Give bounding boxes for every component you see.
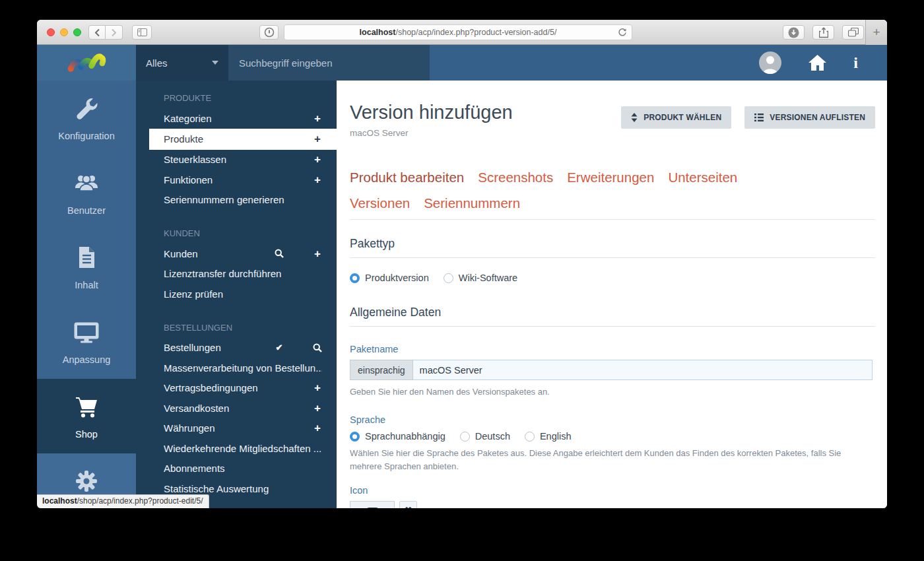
tab-screenshots[interactable]: Screenshots	[478, 164, 553, 190]
sprache-option-sprachunabhängig[interactable]: Sprachunabhängig	[350, 431, 446, 442]
file-icon	[73, 244, 100, 273]
paketname-label: Paketname	[350, 344, 875, 354]
menu-section-title: KUNDEN	[136, 224, 337, 244]
sidebar-item-label: Konfiguration	[58, 131, 114, 141]
sprache-option-deutsch[interactable]: Deutsch	[460, 431, 510, 442]
menu-item[interactable]: Vertragsbedingungen+	[136, 378, 337, 399]
wrench-icon	[73, 95, 100, 123]
downloads-button[interactable]	[783, 25, 805, 40]
menu-item[interactable]: Produkte+	[149, 129, 337, 150]
search-icon[interactable]	[313, 343, 322, 352]
menu-item[interactable]: Funktionen+	[136, 170, 337, 190]
tab-erweiterungen[interactable]: Erweiterungen	[567, 164, 654, 190]
plus-icon[interactable]: +	[313, 113, 322, 124]
sidebar-toggle-button[interactable]	[132, 25, 152, 40]
forward-button[interactable]	[106, 25, 123, 40]
radio-label: English	[540, 431, 572, 442]
menu-item[interactable]: Massenverarbeitung von Bestellun...	[136, 358, 337, 378]
menu-item-badges: +	[313, 403, 322, 414]
close-window-button[interactable]	[47, 28, 55, 36]
sort-icon	[631, 113, 638, 122]
back-button[interactable]	[88, 25, 106, 40]
minimize-window-button[interactable]	[60, 28, 68, 36]
choose-product-button[interactable]: PRODUKT WÄHLEN	[621, 106, 731, 129]
menu-item[interactable]: Kategorien+	[136, 108, 337, 129]
cart-icon	[73, 393, 100, 422]
radio-selected-icon[interactable]	[350, 432, 360, 442]
icon-picker-input[interactable]	[350, 501, 395, 508]
radio-icon[interactable]	[444, 273, 453, 283]
tab-produkt-bearbeiten[interactable]: Produkt bearbeiten	[350, 164, 464, 190]
sprache-option-english[interactable]: English	[525, 431, 572, 442]
titlebar: localhost/shop/acp/index.php?product-ver…	[37, 20, 887, 45]
chevron-left-icon	[94, 28, 100, 37]
menu-item-label: Lizenztransfer durchführen	[164, 268, 322, 279]
menu-item[interactable]: Versandkosten+	[136, 398, 337, 418]
tab-seriennummern[interactable]: Seriennummern	[424, 190, 520, 216]
plus-icon[interactable]: +	[313, 174, 322, 185]
page-subtitle: macOS Server	[350, 128, 621, 138]
radio-icon[interactable]	[460, 432, 470, 442]
search-icon[interactable]	[275, 248, 284, 259]
sidebar-item-label: Anpassung	[63, 354, 111, 365]
menu-item-label: Lizenz prüfen	[164, 288, 322, 300]
sprache-options: SprachunabhängigDeutschEnglish	[350, 431, 875, 442]
menu-item[interactable]: Bestellungen✔	[136, 338, 337, 358]
home-icon[interactable]	[808, 54, 827, 71]
menu-section-title: PRODUKTE	[136, 88, 337, 108]
radio-icon[interactable]	[525, 432, 535, 442]
menu-item[interactable]: Währungen+	[136, 418, 337, 439]
pakettyp-option-wiki-software[interactable]: Wiki-Software	[444, 273, 517, 283]
titles: Version hinzufügen macOS Server	[350, 102, 621, 138]
logo[interactable]	[37, 45, 136, 81]
plus-icon[interactable]: +	[313, 422, 322, 434]
plus-icon[interactable]: +	[313, 382, 322, 393]
sidebar-item-benutzer[interactable]: Benutzer	[37, 155, 136, 230]
radio-selected-icon[interactable]	[350, 273, 360, 283]
users-icon	[73, 170, 100, 198]
new-tab-button[interactable]: +	[865, 20, 887, 45]
menu-item[interactable]: Abonnements	[136, 459, 337, 479]
search-input[interactable]	[239, 57, 419, 69]
menu-item-label: Massenverarbeitung von Bestellun...	[164, 362, 322, 374]
menu-item-label: Wiederkehrende Mitgliedschaften ...	[164, 443, 322, 454]
menu-item[interactable]: Steuerklassen+	[136, 150, 337, 170]
sidebar-item-label: Benutzer	[67, 205, 106, 216]
address-bar[interactable]: localhost/shop/acp/index.php?product-ver…	[284, 24, 632, 40]
menu-item-label: Seriennummern generieren	[164, 194, 322, 205]
menu-item[interactable]: Lizenz prüfen	[136, 284, 337, 304]
tab-versionen[interactable]: Versionen	[350, 190, 410, 216]
menu-item[interactable]: Kunden+	[136, 244, 337, 264]
plus-icon[interactable]: +	[313, 248, 322, 259]
share-button[interactable]	[812, 25, 834, 40]
sidebar-item-anpassung[interactable]: Anpassung	[37, 304, 136, 379]
sidebar-item-konfiguration[interactable]: Konfiguration	[37, 81, 136, 155]
info-icon[interactable]: i	[853, 55, 858, 71]
tab-overview-button[interactable]	[842, 25, 864, 40]
plus-icon[interactable]: +	[313, 403, 322, 414]
paketname-input[interactable]	[413, 360, 873, 380]
check-icon[interactable]: ✔	[275, 343, 284, 352]
menu-item-label: Kategorien	[164, 113, 313, 124]
main-sidebar: KonfigurationBenutzerInhaltAnpassungShop…	[37, 81, 136, 508]
plus-icon[interactable]: +	[313, 133, 322, 145]
sidebar-item-shop[interactable]: Shop	[37, 379, 136, 453]
pakettyp-option-produktversion[interactable]: Produktversion	[350, 273, 429, 283]
list-versions-button[interactable]: VERSIONEN AUFLISTEN	[744, 106, 875, 129]
avatar[interactable]	[759, 51, 781, 74]
search-scope-dropdown[interactable]: Alles	[136, 45, 228, 81]
menu-item[interactable]: Seriennummern generieren	[136, 190, 337, 211]
menu-item[interactable]: Lizenztransfer durchführen	[136, 264, 337, 284]
menu-section-title: BESTELLUNGEN	[136, 318, 337, 338]
zoom-window-button[interactable]	[73, 28, 81, 36]
sidebar-item-label: Inhalt	[75, 280, 98, 290]
remove-icon-button[interactable]: ✖	[399, 501, 417, 508]
tab-row-1: Produkt bearbeitenScreenshotsErweiterung…	[350, 164, 875, 190]
refresh-icon[interactable]	[618, 28, 627, 38]
menu-item[interactable]: Wiederkehrende Mitgliedschaften ...	[136, 438, 337, 459]
menu-item-badges: +	[313, 113, 322, 124]
plus-icon[interactable]: +	[313, 154, 322, 165]
tab-unterseiten[interactable]: Unterseiten	[668, 164, 737, 190]
extension-button[interactable]	[259, 25, 279, 40]
sidebar-item-inhalt[interactable]: Inhalt	[37, 230, 136, 304]
